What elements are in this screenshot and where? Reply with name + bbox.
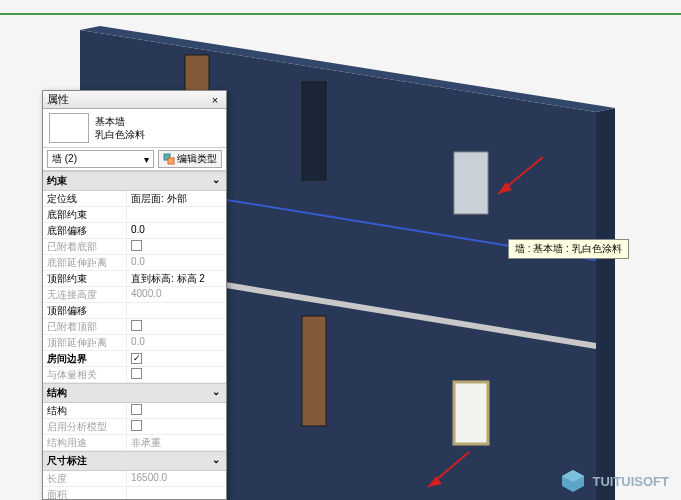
door-lower-mid: [302, 316, 326, 426]
checkbox-icon: [131, 420, 142, 431]
row-top-ext: 顶部延伸距离 0.0: [43, 335, 226, 351]
svg-rect-1: [168, 158, 174, 164]
row-mass-related: 与体量相关: [43, 367, 226, 383]
section-constraint[interactable]: 约束: [43, 171, 226, 191]
row-top-constraint: 顶部约束 直到标高: 标高 2: [43, 271, 226, 287]
property-grid[interactable]: 约束 定位线 面层面: 外部 底部约束 底部偏移 0.0 已附着底部 底部延伸距…: [43, 171, 226, 499]
properties-titlebar[interactable]: 属性 ×: [43, 91, 226, 109]
checkbox-icon[interactable]: ✓: [131, 353, 142, 364]
checkbox-icon: [131, 240, 142, 251]
type-selector-row[interactable]: 基本墙 乳白色涂料: [43, 109, 226, 148]
row-base-constraint: 底部约束: [43, 207, 226, 223]
row-attached-base: 已附着底部: [43, 239, 226, 255]
row-top-offset: 顶部偏移: [43, 303, 226, 319]
row-analytical: 启用分析模型: [43, 419, 226, 435]
properties-panel: 属性 × 基本墙 乳白色涂料 墙 (2) 编辑类型 约束 定位线 面层面: 外部…: [42, 90, 227, 500]
logo-icon: [560, 468, 586, 494]
opening-upper-mid: [302, 82, 326, 180]
row-length: 长度 16500.0: [43, 471, 226, 487]
row-base-ext: 底部延伸距离 0.0: [43, 255, 226, 271]
instance-selector[interactable]: 墙 (2): [47, 150, 154, 168]
checkbox-icon: [131, 368, 142, 379]
row-struct-usage: 结构用途 非承重: [43, 435, 226, 451]
row-structural: 结构: [43, 403, 226, 419]
element-tooltip: 墙 : 基本墙 : 乳白色涂料: [508, 239, 629, 259]
properties-title: 属性: [47, 92, 69, 107]
checkbox-icon[interactable]: [131, 404, 142, 415]
row-attached-top: 已附着顶部: [43, 319, 226, 335]
type-text: 基本墙 乳白色涂料: [95, 115, 145, 141]
type-swatch: [49, 113, 89, 143]
row-room-bounding: 房间边界 ✓: [43, 351, 226, 367]
edit-type-button[interactable]: 编辑类型: [158, 150, 222, 168]
section-structure[interactable]: 结构: [43, 383, 226, 403]
close-icon[interactable]: ×: [208, 93, 222, 107]
watermark-logo: TUITUISOFT: [560, 468, 669, 494]
row-base-offset: 底部偏移 0.0: [43, 223, 226, 239]
row-location-line: 定位线 面层面: 外部: [43, 191, 226, 207]
edit-type-icon: [163, 153, 175, 165]
row-unconn-height: 无连接高度 4000.0: [43, 287, 226, 303]
wall-side: [596, 108, 615, 500]
checkbox-icon: [131, 320, 142, 331]
row-area: 面积: [43, 487, 226, 499]
section-dimensions[interactable]: 尺寸标注: [43, 451, 226, 471]
window-upper-right: [454, 152, 488, 214]
window-lower-right: [454, 382, 488, 444]
